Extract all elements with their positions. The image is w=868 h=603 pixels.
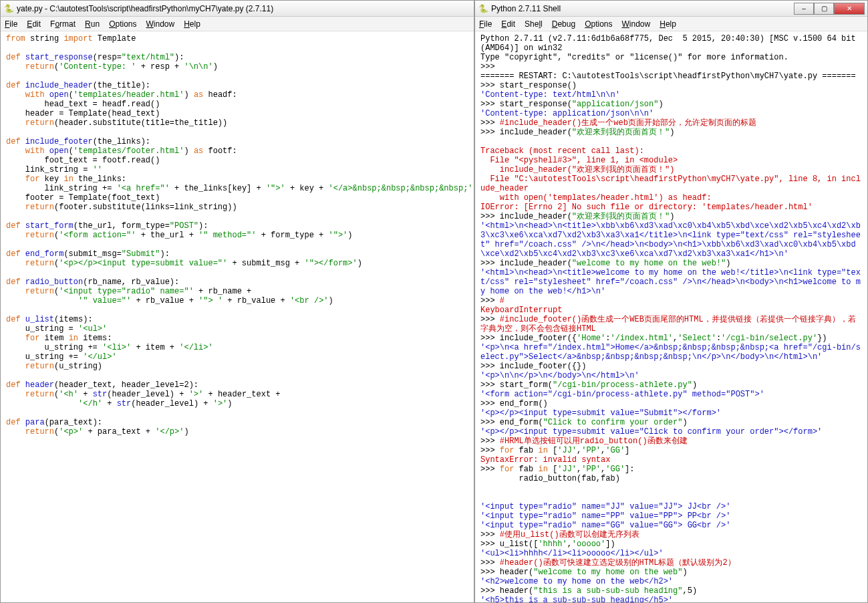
editor-title: yate.py - C:\autotestTools\script\headfi… [17,4,471,13]
maximize-button[interactable]: ▢ [814,3,834,15]
menu-window[interactable]: Window [622,19,651,29]
menu-run[interactable]: Run [85,19,100,29]
code-editor[interactable]: from string import Template def start_re… [1,31,474,602]
minimize-button[interactable]: – [794,3,814,15]
menu-help[interactable]: Help [184,19,200,29]
python-icon: 🐍 [478,3,488,14]
menu-edit[interactable]: Edit [27,19,41,29]
editor-menubar: FFileile Edit Format Run Options Window … [1,17,474,31]
shell-title: Python 2.7.11 Shell [491,4,794,13]
menu-shell[interactable]: Shell [525,19,543,29]
editor-titlebar[interactable]: 🐍 yate.py - C:\autotestTools\script\head… [1,1,474,17]
python-icon: 🐍 [3,3,14,14]
menu-file[interactable]: File [479,19,492,29]
menu-options[interactable]: Options [585,19,612,29]
editor-window: 🐍 yate.py - C:\autotestTools\script\head… [0,0,474,603]
menu-file[interactable]: FFileile [5,19,17,29]
shell-menubar: File Edit Shell Debug Options Window Hel… [475,17,867,31]
menu-window[interactable]: Window [146,19,175,29]
shell-output[interactable]: Python 2.7.11 (v2.7.11:6d1b6a68f775, Dec… [475,31,867,602]
menu-help[interactable]: Help [660,19,676,29]
menu-edit[interactable]: Edit [501,19,515,29]
shell-titlebar[interactable]: 🐍 Python 2.7.11 Shell – ▢ ✕ [475,1,867,17]
shell-window: 🐍 Python 2.7.11 Shell – ▢ ✕ File Edit Sh… [474,0,868,603]
menu-format[interactable]: Format [50,19,76,29]
menu-options[interactable]: Options [109,19,136,29]
menu-debug[interactable]: Debug [552,19,575,29]
window-controls: – ▢ ✕ [794,3,865,15]
close-button[interactable]: ✕ [834,3,865,15]
